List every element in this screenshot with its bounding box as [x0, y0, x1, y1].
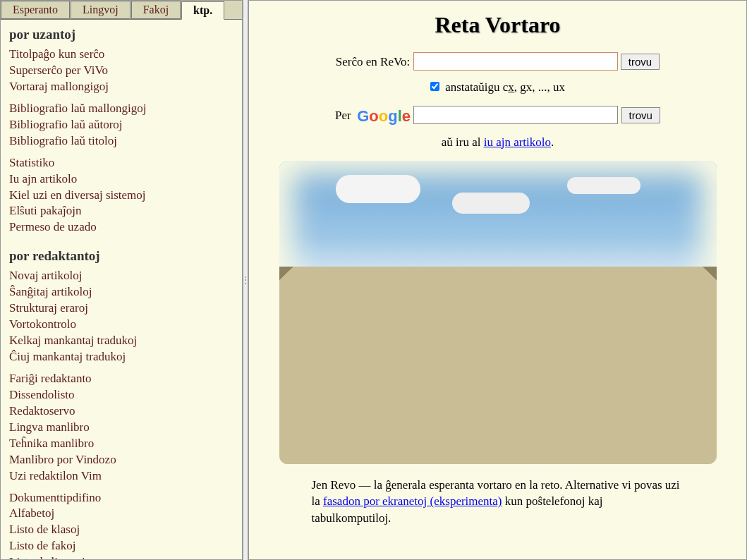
- sidebar: Esperanto Lingvoj Fakoj ktp. por uzantoj…: [0, 0, 243, 560]
- nav-link[interactable]: Strukturaj eraroj: [9, 300, 233, 317]
- search-label: Serĉo en ReVo:: [336, 55, 410, 68]
- nav-group-3: Statistiko Iu ajn artikolo Kiel uzi en d…: [1, 155, 242, 242]
- tab-lingvoj[interactable]: Lingvoj: [71, 1, 130, 19]
- nav-link[interactable]: Manlibro por Vindozo: [9, 452, 233, 468]
- nav-link[interactable]: Listo de klasoj: [9, 522, 233, 538]
- hero-road: [279, 267, 717, 464]
- hero-image: [279, 161, 717, 464]
- nav-link[interactable]: Elŝuti pakaĵojn: [9, 203, 233, 219]
- nav-link[interactable]: Redaktoservo: [9, 403, 233, 420]
- nav-link[interactable]: Vortaraj mallongigoj: [9, 79, 233, 95]
- nav-link[interactable]: Alfabetoj: [9, 506, 233, 522]
- nav-link[interactable]: Fariĝi redaktanto: [9, 371, 233, 387]
- tab-ktp[interactable]: ktp.: [181, 1, 224, 20]
- nav-link[interactable]: Uzi redaktilon Vim: [9, 468, 233, 485]
- nav-link[interactable]: Listo de fakoj: [9, 538, 233, 554]
- or-prefix: aŭ iru al: [442, 135, 484, 149]
- random-article-link[interactable]: iu ajn artikolo: [484, 135, 551, 149]
- nav-link[interactable]: Ĉiuj mankantaj tradukoj: [9, 349, 233, 365]
- tab-esperanto[interactable]: Esperanto: [1, 1, 70, 19]
- section-editors: por redaktantoj: [1, 241, 242, 268]
- revo-search-button[interactable]: trovu: [621, 54, 660, 70]
- substitute-label-post: , gx, ..., ux: [514, 80, 565, 94]
- description: Jen Revo — la ĝenerala esperanta vortaro…: [300, 477, 696, 527]
- nav-link[interactable]: Statistiko: [9, 155, 233, 171]
- nav-link[interactable]: Dissendolisto: [9, 387, 233, 403]
- nav-link[interactable]: Titolpaĝo kun serĉo: [9, 47, 233, 63]
- nav-link[interactable]: Novaj artikoloj: [9, 268, 233, 284]
- nav-link[interactable]: Lingva manlibro: [9, 420, 233, 436]
- revo-search-row: Serĉo en ReVo: trovu: [270, 52, 725, 71]
- per-label: Per: [335, 109, 351, 122]
- substitute-row: anstataŭigu cx, gx, ..., ux: [270, 80, 725, 95]
- revo-search-input[interactable]: [413, 52, 618, 71]
- nav-link[interactable]: Vortokontrolo: [9, 317, 233, 333]
- mobile-facade-link[interactable]: fasadon por ekranetoj (eksperimenta): [323, 494, 502, 508]
- nav-link[interactable]: Kelkaj mankantaj tradukoj: [9, 333, 233, 349]
- page-title: Reta Vortaro: [270, 12, 725, 38]
- tab-fakoj[interactable]: Fakoj: [131, 1, 181, 19]
- nav-link[interactable]: Superserĉo per ViVo: [9, 63, 233, 79]
- tab-bar: Esperanto Lingvoj Fakoj ktp.: [1, 1, 242, 20]
- hero-clouds: [336, 175, 420, 203]
- substitute-label-pre: anstataŭigu c: [445, 80, 508, 94]
- substitute-underline: x: [508, 80, 514, 94]
- section-users: por uzantoj: [1, 20, 242, 47]
- nav-group-6: Dokumenttipdifino Alfabetoj Listo de kla…: [1, 490, 242, 561]
- nav-link[interactable]: Bibliografio laŭ aŭtoroj: [9, 117, 233, 133]
- nav-group-1: Titolpaĝo kun serĉo Superserĉo per ViVo …: [1, 47, 242, 101]
- google-search-input[interactable]: [413, 106, 618, 124]
- nav-link[interactable]: Ŝanĝitaj artikoloj: [9, 284, 233, 300]
- google-logo: Google: [357, 107, 411, 126]
- main-content: Reta Vortaro Serĉo en ReVo: trovu anstat…: [248, 0, 747, 560]
- nav-link[interactable]: Bibliografio laŭ titoloj: [9, 133, 233, 150]
- nav-link[interactable]: Listo de lingvoj: [9, 554, 233, 560]
- google-search-button[interactable]: trovu: [621, 107, 660, 123]
- nav-group-4: Novaj artikoloj Ŝanĝitaj artikoloj Struk…: [1, 268, 242, 371]
- nav-link[interactable]: Permeso de uzado: [9, 219, 233, 236]
- nav-link[interactable]: Bibliografio laŭ mallongigoj: [9, 101, 233, 117]
- google-search-row: Per Google trovu: [270, 106, 725, 126]
- splitter[interactable]: [243, 0, 248, 560]
- nav-link[interactable]: Iu ajn artikolo: [9, 171, 233, 188]
- random-article-row: aŭ iru al iu ajn artikolo.: [270, 135, 725, 150]
- nav-group-2: Bibliografio laŭ mallongigoj Bibliografi…: [1, 101, 242, 155]
- nav-link[interactable]: Teĥnika manlibro: [9, 436, 233, 452]
- substitute-checkbox[interactable]: [430, 82, 439, 91]
- nav-group-5: Fariĝi redaktanto Dissendolisto Redaktos…: [1, 371, 242, 490]
- nav-link[interactable]: Kiel uzi en diversaj sistemoj: [9, 188, 233, 204]
- nav-link[interactable]: Dokumenttipdifino: [9, 490, 233, 506]
- or-suffix: .: [551, 135, 554, 149]
